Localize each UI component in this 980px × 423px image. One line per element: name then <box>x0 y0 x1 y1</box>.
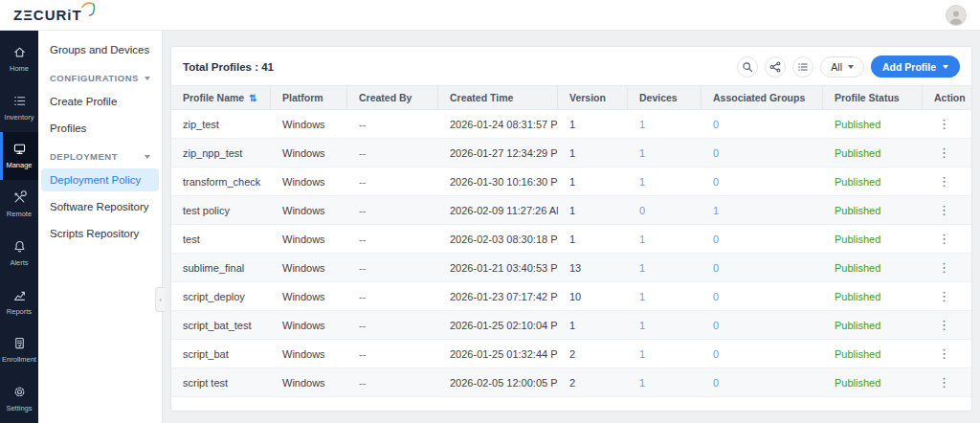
cell-action: ⋮ <box>923 261 971 274</box>
cell-groups[interactable]: 1 <box>702 205 823 216</box>
cell-created_by: -- <box>347 176 438 188</box>
add-profile-button[interactable]: Add Profile <box>871 56 960 78</box>
cell-created_time: 2026-02-05 12:00:05 PM <box>438 377 558 389</box>
platform-filter-dropdown[interactable]: All <box>820 56 864 78</box>
top-bar: ZΞCURiT <box>0 0 980 31</box>
rail-item-alerts[interactable]: Alerts <box>0 229 38 278</box>
nav-item-groups-and-devices[interactable]: Groups and Devices <box>38 36 162 63</box>
row-actions-kebab-icon[interactable]: ⋮ <box>934 146 954 159</box>
list-view-button[interactable] <box>792 56 813 78</box>
row-actions-kebab-icon[interactable]: ⋮ <box>934 376 954 389</box>
cell-devices[interactable]: 1 <box>628 147 702 159</box>
table-row[interactable]: script_bat_testWindows--2026-01-25 02:10… <box>171 311 971 340</box>
cell-name: script_deploy <box>171 291 271 302</box>
share-icon <box>769 61 781 73</box>
cell-status: Published <box>823 234 923 245</box>
nav-item-profiles[interactable]: Profiles <box>38 115 162 142</box>
manage-icon <box>12 142 27 158</box>
nav-item-create-profile[interactable]: Create Profile <box>38 88 162 115</box>
cell-created_by: -- <box>347 147 438 159</box>
row-actions-kebab-icon[interactable]: ⋮ <box>934 233 954 245</box>
row-actions-kebab-icon[interactable]: ⋮ <box>934 347 954 360</box>
rail-item-reports[interactable]: Reports <box>0 278 38 326</box>
cell-devices[interactable]: 1 <box>628 176 702 188</box>
cell-platform: Windows <box>271 348 347 360</box>
cell-created_time: 2026-01-23 07:17:42 PM <box>438 291 558 302</box>
cell-devices[interactable]: 0 <box>628 205 702 216</box>
column-header-created-time: Created Time <box>438 86 558 109</box>
row-actions-kebab-icon[interactable]: ⋮ <box>934 290 954 302</box>
cell-groups[interactable]: 0 <box>702 291 823 302</box>
cell-platform: Windows <box>271 119 347 130</box>
nav-collapse-handle[interactable]: ‹ <box>155 287 165 312</box>
table-row[interactable]: test policyWindows--2026-02-09 11:27:26 … <box>171 196 971 225</box>
table-body: zip_testWindows--2026-01-24 08:31:57 PM1… <box>171 110 971 397</box>
rail-item-manage[interactable]: Manage <box>0 132 38 181</box>
rail-item-inventory[interactable]: Inventory <box>0 83 38 132</box>
table-row[interactable]: script_deployWindows--2026-01-23 07:17:4… <box>171 282 971 311</box>
cell-name: test <box>171 234 271 245</box>
cell-groups[interactable]: 0 <box>702 176 823 188</box>
table-row[interactable]: sublime_finalWindows--2026-01-21 03:40:5… <box>171 254 971 282</box>
cell-devices[interactable]: 1 <box>628 320 702 331</box>
row-actions-kebab-icon[interactable]: ⋮ <box>934 175 954 188</box>
cell-platform: Windows <box>271 205 347 216</box>
cell-created_by: -- <box>347 291 438 302</box>
cell-action: ⋮ <box>923 118 971 130</box>
rail-item-enrollment[interactable]: Enrollment <box>0 326 38 375</box>
search-button[interactable] <box>737 56 758 78</box>
table-row[interactable]: script testWindows--2026-02-05 12:00:05 … <box>171 368 971 397</box>
cell-created_by: -- <box>347 348 438 360</box>
cell-action: ⋮ <box>923 290 971 302</box>
cell-platform: Windows <box>271 262 347 274</box>
nav-item-software-repository[interactable]: Software Repository <box>38 193 162 220</box>
column-header-profile-status: Profile Status <box>823 86 923 109</box>
table-row[interactable]: zip_testWindows--2026-01-24 08:31:57 PM1… <box>171 110 971 139</box>
row-actions-kebab-icon[interactable]: ⋮ <box>934 261 954 274</box>
table-row[interactable]: testWindows--2026-02-03 08:30:18 PM110Pu… <box>171 225 971 254</box>
cell-groups[interactable]: 0 <box>702 147 823 159</box>
table-row[interactable]: script_batWindows--2026-01-25 01:32:44 P… <box>171 340 971 368</box>
cell-groups[interactable]: 0 <box>702 262 823 274</box>
cell-devices[interactable]: 1 <box>628 348 702 360</box>
column-header-label: Created Time <box>450 92 513 103</box>
cell-devices[interactable]: 1 <box>628 262 702 274</box>
secondary-nav: Groups and DevicesCONFIGURATIONSCreate P… <box>38 31 163 423</box>
home-icon <box>12 45 27 61</box>
cell-devices[interactable]: 1 <box>628 234 702 245</box>
cell-status: Published <box>823 119 923 130</box>
user-avatar[interactable] <box>946 5 967 26</box>
cell-groups[interactable]: 0 <box>702 377 823 389</box>
brand-logo: ZΞCURiT <box>13 7 92 23</box>
cell-groups[interactable]: 0 <box>702 320 823 331</box>
rail-item-remote[interactable]: Remote <box>0 180 38 229</box>
nav-item-deployment-policy[interactable]: Deployment Policy <box>41 168 159 191</box>
rail-item-label: Remote <box>7 210 32 218</box>
sort-icon[interactable]: ⇅ <box>249 93 256 103</box>
nav-item-scripts-repository[interactable]: Scripts Repository <box>38 220 162 247</box>
total-profiles-label: Total Profiles : 41 <box>183 61 274 73</box>
table-row[interactable]: zip_npp_testWindows--2026-01-27 12:34:29… <box>171 139 971 167</box>
cell-devices[interactable]: 1 <box>628 119 702 130</box>
cell-version: 1 <box>558 119 628 130</box>
row-actions-kebab-icon[interactable]: ⋮ <box>934 204 954 216</box>
row-actions-kebab-icon[interactable]: ⋮ <box>934 118 954 130</box>
cell-created_time: 2026-01-30 10:16:30 PM <box>438 176 558 188</box>
cell-platform: Windows <box>271 291 347 302</box>
cell-version: 2 <box>558 377 628 389</box>
nav-section-configurations[interactable]: CONFIGURATIONS <box>38 63 162 88</box>
nav-section-deployment[interactable]: DEPLOYMENT <box>38 142 162 167</box>
cell-created_time: 2026-01-24 08:31:57 PM <box>438 119 558 130</box>
table-row[interactable]: transform_checkWindows--2026-01-30 10:16… <box>171 167 971 196</box>
cell-groups[interactable]: 0 <box>702 234 823 245</box>
share-button[interactable] <box>765 56 786 78</box>
cell-devices[interactable]: 1 <box>628 291 702 302</box>
cell-groups[interactable]: 0 <box>702 348 823 360</box>
cell-name: transform_check <box>171 176 271 188</box>
rail-item-settings[interactable]: Settings <box>0 374 38 423</box>
row-actions-kebab-icon[interactable]: ⋮ <box>934 319 954 331</box>
cell-groups[interactable]: 0 <box>702 119 823 130</box>
rail-item-home[interactable]: Home <box>0 34 38 83</box>
cell-devices[interactable]: 1 <box>628 377 702 389</box>
cell-version: 13 <box>558 262 628 274</box>
